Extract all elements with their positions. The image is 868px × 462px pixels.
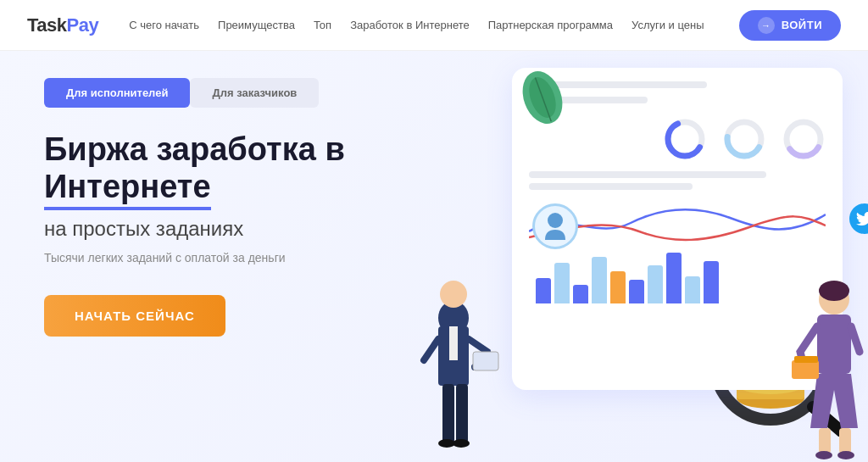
login-arrow-icon: →: [758, 17, 775, 34]
donut-3: [782, 117, 826, 161]
donut-charts-row: [529, 117, 826, 161]
svg-rect-21: [817, 314, 851, 374]
svg-point-17: [453, 439, 470, 448]
svg-point-11: [440, 281, 467, 308]
bar-9: [685, 276, 700, 303]
bar-7: [648, 265, 663, 303]
svg-point-24: [815, 451, 832, 459]
tab-executors[interactable]: Для исполнителей: [44, 78, 190, 108]
hero-subtitle: на простых заданиях: [44, 217, 398, 241]
hero-title: Биржа заработка в Интернете: [44, 131, 398, 210]
bar-2: [554, 263, 570, 303]
card-line-3: [529, 171, 766, 178]
nav-item-4[interactable]: Партнерская программа: [488, 19, 613, 31]
nav-item-2[interactable]: Топ: [314, 19, 331, 31]
bar-chart: [529, 253, 826, 303]
svg-point-9: [548, 213, 563, 228]
logo-pay: Pay: [67, 14, 99, 36]
svg-rect-13: [449, 326, 458, 360]
header: TaskPay С чего начать Преимущества Топ З…: [0, 0, 868, 51]
svg-rect-22: [819, 428, 831, 454]
bar-1: [536, 278, 551, 303]
login-button[interactable]: → ВОЙТИ: [739, 10, 841, 41]
nav-item-0[interactable]: С чего начать: [129, 19, 199, 31]
hero-section: Для исполнителей Для заказчиков Биржа за…: [0, 51, 868, 462]
hero-title-line2: Интернете: [44, 169, 211, 211]
bar-8: [666, 253, 682, 303]
svg-rect-14: [442, 384, 454, 443]
hero-description: Тысячи легких заданий с оплатой за деньг…: [44, 251, 398, 264]
logo[interactable]: TaskPay: [27, 14, 98, 36]
bar-6: [629, 280, 644, 303]
svg-point-20: [819, 281, 849, 301]
svg-rect-23: [839, 428, 851, 454]
logo-task: Task: [27, 14, 67, 36]
bar-10: [704, 261, 719, 303]
twitter-icon[interactable]: [849, 203, 868, 234]
bar-4: [592, 257, 607, 303]
hero-title-line1: Биржа заработка в: [44, 131, 345, 167]
tab-customers[interactable]: Для заказчиков: [190, 78, 319, 108]
donut-1: [663, 117, 707, 161]
svg-rect-18: [473, 352, 498, 370]
nav-item-5[interactable]: Услуги и цены: [632, 19, 704, 31]
bar-3: [573, 285, 588, 303]
cta-button[interactable]: НАЧАТЬ СЕЙЧАС: [44, 295, 225, 337]
svg-rect-26: [792, 360, 819, 379]
avatar: [532, 203, 578, 249]
nav-item-3[interactable]: Заработок в Интернете: [350, 19, 470, 31]
person-right: [792, 259, 868, 462]
svg-rect-15: [456, 384, 468, 443]
svg-rect-27: [794, 356, 818, 363]
hero-left: Для исполнителей Для заказчиков Биржа за…: [0, 51, 398, 462]
login-label: ВОЙТИ: [782, 19, 822, 31]
person-left: [398, 242, 509, 462]
tabs-row: Для исполнителей Для заказчиков: [44, 78, 398, 108]
svg-point-25: [837, 451, 854, 459]
donut-2: [722, 117, 766, 161]
nav-item-1[interactable]: Преимущества: [218, 19, 295, 31]
bar-5: [610, 271, 626, 303]
main-nav: С чего начать Преимущества Топ Заработок…: [129, 19, 739, 31]
leaf-decoration: [517, 68, 568, 127]
card-line-4: [529, 183, 693, 190]
hero-right: $: [398, 51, 868, 462]
